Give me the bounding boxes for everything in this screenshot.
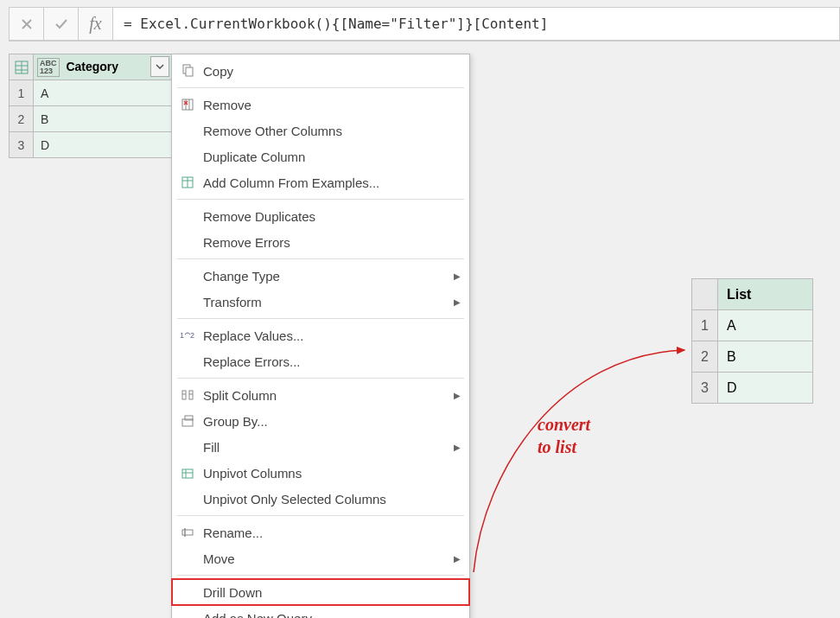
menu-item-label: Copy	[203, 64, 461, 79]
list-corner	[692, 279, 718, 310]
formula-input[interactable]: = Excel.CurrentWorkbook(){[Name="Filter"…	[112, 7, 840, 41]
type-any-icon: ABC123	[37, 58, 60, 77]
column-header-label: Category	[66, 59, 118, 73]
cancel-formula-button[interactable]	[9, 7, 43, 41]
menu-item-label: Move	[203, 551, 454, 566]
menu-item-remove-other-columns[interactable]: Remove Other Columns	[172, 118, 469, 143]
menu-item-label: Group By...	[203, 414, 461, 429]
cell-value[interactable]: D	[34, 132, 172, 158]
menu-separator	[177, 258, 464, 259]
menu-separator	[177, 515, 464, 516]
menu-separator	[177, 318, 464, 319]
addcol-icon	[172, 175, 203, 189]
menu-separator	[177, 575, 464, 576]
menu-item-label: Replace Errors...	[203, 354, 461, 369]
svg-text:2: 2	[190, 331, 194, 340]
menu-item-label: Rename...	[203, 526, 461, 540]
menu-item-copy[interactable]: Copy	[172, 58, 469, 84]
menu-item-label: Duplicate Column	[203, 150, 461, 164]
svg-text:1: 1	[180, 331, 184, 340]
svg-rect-5	[186, 67, 193, 76]
menu-separator	[177, 199, 464, 200]
table-corner[interactable]	[10, 54, 34, 80]
table-row[interactable]: 3 D	[10, 132, 172, 158]
context-menu: CopyRemoveRemove Other ColumnsDuplicate …	[171, 54, 470, 618]
menu-item-label: Unpivot Only Selected Columns	[203, 492, 461, 507]
menu-item-label: Unpivot Columns	[203, 466, 461, 481]
menu-item-label: Transform	[203, 295, 454, 309]
row-number: 3	[692, 373, 718, 404]
fx-button[interactable]: fx	[78, 7, 112, 41]
cell-value[interactable]: B	[34, 106, 172, 132]
menu-item-unpivot-only-selected-columns[interactable]: Unpivot Only Selected Columns	[172, 486, 469, 512]
menu-item-change-type[interactable]: Change Type▶	[172, 263, 469, 289]
list-value[interactable]: B	[718, 341, 813, 373]
unpivot-icon	[172, 466, 203, 480]
menu-item-label: Replace Values...	[203, 328, 461, 343]
menu-item-group-by[interactable]: Group By...	[172, 408, 469, 434]
chevron-down-icon	[156, 64, 164, 69]
row-number: 2	[692, 341, 718, 373]
menu-item-unpivot-columns[interactable]: Unpivot Columns	[172, 460, 469, 486]
confirm-formula-button[interactable]	[43, 7, 78, 41]
menu-item-replace-values[interactable]: 12Replace Values...	[172, 322, 469, 348]
menu-item-label: Add as New Query	[203, 611, 461, 619]
menu-item-split-column[interactable]: Split Column▶	[172, 382, 469, 408]
menu-item-label: Fill	[203, 440, 454, 455]
group-icon	[172, 414, 203, 428]
list-value[interactable]: D	[718, 373, 813, 404]
menu-item-fill[interactable]: Fill▶	[172, 434, 469, 460]
row-number: 2	[10, 106, 34, 132]
menu-item-move[interactable]: Move▶	[172, 545, 469, 571]
menu-item-add-column-from-examples[interactable]: Add Column From Examples...	[172, 169, 469, 195]
menu-item-transform[interactable]: Transform▶	[172, 289, 469, 315]
svg-rect-15	[189, 391, 193, 399]
table-row[interactable]: 1 A	[10, 80, 172, 106]
source-table: ABC123 Category 1 A 2 B 3 D	[9, 54, 172, 158]
submenu-arrow-icon: ▶	[454, 443, 461, 452]
list-row[interactable]: 3 D	[692, 373, 813, 404]
check-icon	[54, 18, 68, 30]
x-icon	[21, 18, 33, 30]
row-number: 3	[10, 132, 34, 158]
submenu-arrow-icon: ▶	[454, 271, 461, 281]
menu-item-add-as-new-query[interactable]: Add as New Query	[172, 605, 469, 618]
svg-rect-23	[182, 530, 193, 535]
svg-rect-14	[182, 391, 186, 399]
table-icon	[15, 61, 29, 74]
row-number: 1	[692, 310, 718, 341]
formula-bar: fx = Excel.CurrentWorkbook(){[Name="Filt…	[9, 7, 840, 41]
menu-separator	[177, 378, 464, 379]
remove-icon	[172, 98, 203, 111]
menu-item-label: Change Type	[203, 269, 454, 284]
copy-icon	[172, 64, 203, 78]
menu-item-duplicate-column[interactable]: Duplicate Column	[172, 143, 469, 169]
row-number: 1	[10, 80, 34, 106]
annotation-line: to list	[538, 437, 576, 456]
submenu-arrow-icon: ▶	[454, 554, 461, 564]
annotation-text: convert to list	[538, 413, 590, 458]
menu-item-rename[interactable]: Rename...	[172, 519, 469, 545]
table-row[interactable]: 2 B	[10, 106, 172, 132]
menu-item-label: Remove	[203, 98, 461, 112]
list-row[interactable]: 2 B	[692, 341, 813, 373]
menu-item-remove-duplicates[interactable]: Remove Duplicates	[172, 203, 469, 229]
menu-item-replace-errors[interactable]: Replace Errors...	[172, 348, 469, 374]
submenu-arrow-icon: ▶	[454, 297, 461, 307]
list-value[interactable]: A	[718, 310, 813, 341]
rename-icon	[172, 526, 203, 539]
column-filter-dropdown[interactable]	[150, 56, 169, 77]
menu-separator	[177, 87, 464, 88]
menu-item-remove[interactable]: Remove	[172, 92, 469, 118]
annotation-line: convert	[538, 415, 590, 434]
menu-item-drill-down[interactable]: Drill Down	[172, 579, 469, 605]
list-header[interactable]: List	[718, 279, 813, 310]
split-icon	[172, 388, 203, 402]
svg-rect-20	[182, 469, 193, 478]
menu-item-remove-errors[interactable]: Remove Errors	[172, 229, 469, 255]
list-row[interactable]: 1 A	[692, 310, 813, 341]
menu-item-label: Remove Other Columns	[203, 124, 461, 138]
menu-item-label: Add Column From Examples...	[203, 175, 461, 190]
cell-value[interactable]: A	[34, 80, 172, 106]
column-header-category[interactable]: ABC123 Category	[34, 54, 172, 80]
